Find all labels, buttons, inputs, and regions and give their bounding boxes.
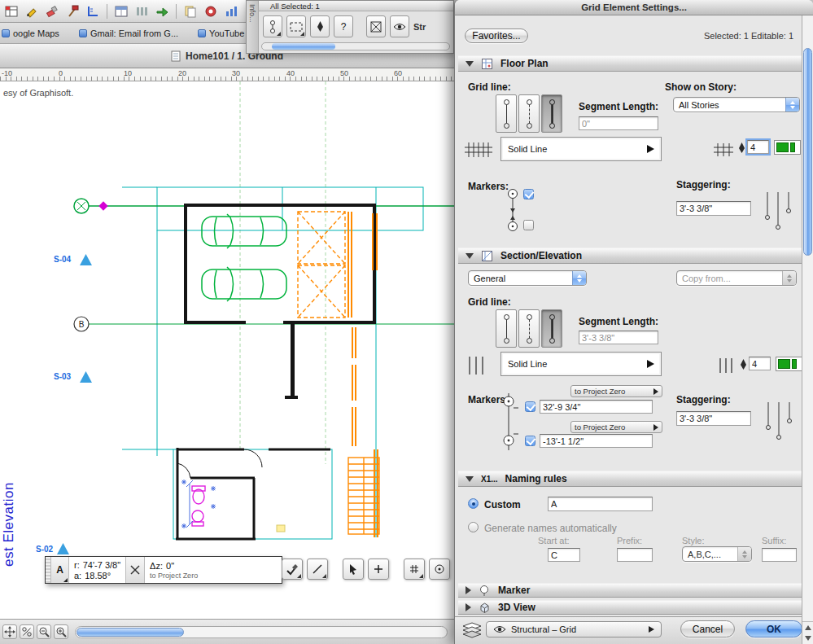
documents-tool-icon[interactable] xyxy=(181,2,199,20)
start-at-field[interactable] xyxy=(548,548,580,562)
coordinate-tracker[interactable]: A r:74'-7 3/8" a:18.58° Δz:0" to Project… xyxy=(45,556,282,584)
se-grid-line-style-1-button[interactable] xyxy=(496,309,517,348)
palette-scrollbar[interactable] xyxy=(261,42,450,50)
se-segment-length-field[interactable] xyxy=(579,331,658,344)
se-staggering-field[interactable] xyxy=(676,411,751,426)
custom-name-field[interactable] xyxy=(548,497,653,511)
interior-wall[interactable] xyxy=(285,324,298,399)
se-marker-bottom-field[interactable] xyxy=(540,434,653,448)
suspend-groups-button[interactable] xyxy=(366,15,386,37)
horizontal-scrollbar[interactable] xyxy=(75,626,448,638)
storage-wall[interactable] xyxy=(348,212,352,318)
scroll-down-icon[interactable] xyxy=(805,636,811,641)
layers-icon[interactable] xyxy=(461,621,483,639)
table-tool-icon[interactable] xyxy=(112,2,130,20)
hammer-tool-icon[interactable] xyxy=(63,2,81,20)
section-header-marker[interactable]: Marker xyxy=(458,583,802,598)
show-on-story-select[interactable]: All Stories xyxy=(673,97,800,112)
drawing-canvas[interactable]: B xyxy=(0,81,454,619)
windows[interactable] xyxy=(352,327,378,537)
bookmark-item[interactable]: oogle Maps xyxy=(2,28,59,38)
pen-button[interactable] xyxy=(310,15,330,37)
palette-side-tab[interactable]: Info... xyxy=(247,1,259,53)
grid-snap-tool-icon[interactable] xyxy=(404,559,425,580)
help-button[interactable]: ? xyxy=(334,15,353,37)
chart-tool-icon[interactable] xyxy=(222,2,240,20)
marquee-button[interactable] xyxy=(286,15,306,37)
cursor-tool-icon[interactable] xyxy=(343,559,364,580)
line-type-select[interactable]: Solid Line xyxy=(500,137,662,161)
to-project-zero-bottom-button[interactable]: to Project Zero xyxy=(570,421,662,433)
generate-names-radio[interactable] xyxy=(468,522,479,532)
stamp-tool-icon[interactable] xyxy=(202,2,220,20)
add-tool-icon[interactable] xyxy=(368,559,389,580)
tracker-reference[interactable]: to Project Zero xyxy=(150,572,198,580)
section-marker-s03[interactable]: S-03 xyxy=(54,371,92,383)
layer-select[interactable]: Structural – Grid xyxy=(486,621,662,637)
horizontal-scroll-thumb[interactable] xyxy=(76,628,184,637)
measure-tool-icon[interactable] xyxy=(84,2,102,20)
car-bottom[interactable] xyxy=(202,267,286,301)
arrow-tool-icon[interactable] xyxy=(153,2,171,20)
section-marker-s04[interactable]: S-04 xyxy=(54,254,92,265)
se-marker-top-checkbox[interactable] xyxy=(525,401,535,412)
se-line-type-select[interactable]: Solid Line xyxy=(500,352,662,376)
storage-area[interactable] xyxy=(298,212,345,318)
copy-from-select[interactable]: Copy from... xyxy=(676,270,797,286)
disclosure-down-icon[interactable] xyxy=(466,61,474,67)
tracker-r-value[interactable]: 74'-7 3/8" xyxy=(83,560,120,570)
section-header-naming-rules[interactable]: X1... Naming rules xyxy=(458,471,802,487)
tracker-dz-value[interactable]: 0" xyxy=(166,561,174,571)
eye-button[interactable] xyxy=(390,15,409,37)
grid-line-style-1-button[interactable] xyxy=(496,94,517,133)
section-marker-s02[interactable]: S-02 xyxy=(36,543,69,554)
ok-button[interactable]: OK xyxy=(745,620,802,637)
grid-tool-icon[interactable] xyxy=(2,2,20,20)
confirm-tool-icon[interactable] xyxy=(282,559,303,580)
eraser-tool-icon[interactable] xyxy=(43,2,61,20)
grid-line-style-3-button[interactable] xyxy=(541,94,562,133)
zoom-percent-icon[interactable] xyxy=(20,624,34,639)
style-select[interactable]: A,B,C,... xyxy=(682,546,752,562)
section-header-section-elevation[interactable]: Section/Elevation xyxy=(458,248,802,264)
pencil-tool-icon[interactable] xyxy=(23,2,41,20)
dialog-titlebar[interactable]: Grid Element Settings... xyxy=(455,0,813,15)
note-marker[interactable] xyxy=(277,525,285,532)
garage-walls[interactable] xyxy=(184,204,376,324)
car-top[interactable] xyxy=(202,214,286,248)
suffix-field[interactable] xyxy=(762,548,797,562)
bookmark-item[interactable]: Gmail: Email from G... xyxy=(79,28,178,38)
preset-select[interactable]: General xyxy=(468,270,587,286)
grid-line-style-2-button[interactable] xyxy=(518,94,540,133)
move-tool-icon[interactable] xyxy=(2,624,17,639)
se-pen-color-swatch[interactable] xyxy=(776,357,802,371)
custom-radio[interactable] xyxy=(468,498,479,509)
line-tool-icon[interactable] xyxy=(307,559,328,580)
bookmark-item[interactable]: YouTube xyxy=(198,28,244,38)
info-box-palette[interactable]: Info... All Selected: 1 ? Str xyxy=(246,0,454,54)
columns-tool-icon[interactable] xyxy=(133,2,151,20)
palette-scroll-thumb[interactable] xyxy=(272,43,335,50)
grid-line-b[interactable]: B xyxy=(74,317,454,331)
pen-number-field[interactable] xyxy=(747,140,769,154)
prefix-field[interactable] xyxy=(617,548,653,562)
se-marker-bottom-checkbox[interactable] xyxy=(525,436,535,446)
scroll-up-icon[interactable] xyxy=(805,625,811,630)
palette-titlebar[interactable]: All Selected: 1 xyxy=(259,1,453,11)
marker-bottom-checkbox[interactable] xyxy=(523,220,534,230)
tracker-axis-icon[interactable] xyxy=(125,557,145,583)
zoom-out-icon[interactable] xyxy=(37,624,51,639)
disclosure-right-icon[interactable] xyxy=(466,586,471,594)
to-project-zero-top-button[interactable]: to Project Zero xyxy=(570,385,662,397)
tracker-grip-handle[interactable] xyxy=(46,557,51,583)
cancel-button[interactable]: Cancel xyxy=(680,620,735,637)
section-header-3d-view[interactable]: 3D View xyxy=(458,600,802,615)
disclosure-down-icon[interactable] xyxy=(466,476,474,482)
disclosure-down-icon[interactable] xyxy=(466,253,474,259)
dialog-scroll-thumb[interactable] xyxy=(803,48,812,256)
grid-marker-button[interactable] xyxy=(263,15,282,37)
zoom-in-icon[interactable] xyxy=(54,624,68,639)
tracker-a-value[interactable]: 18.58° xyxy=(85,571,111,580)
staggering-field[interactable] xyxy=(676,201,751,216)
favorites-button[interactable]: Favorites... xyxy=(465,28,528,43)
